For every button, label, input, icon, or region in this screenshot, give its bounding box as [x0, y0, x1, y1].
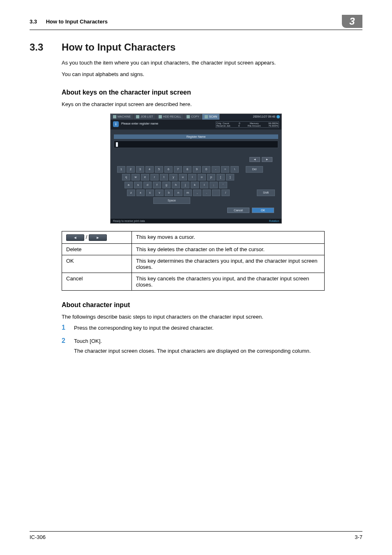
ok-button[interactable]: OK	[252, 208, 274, 213]
key-l[interactable]: l	[200, 182, 208, 188]
machine-icon	[113, 115, 116, 118]
key-blank[interactable]	[212, 190, 220, 196]
key-6[interactable]: 6	[164, 166, 173, 173]
key-b[interactable]: b	[165, 190, 173, 196]
sub1-para: Keys on the character input screen are d…	[62, 100, 362, 109]
key-i[interactable]: i	[188, 174, 196, 180]
onscreen-keyboard: 1 2 3 4 5 6 7 8 9 0 - = \ Del q	[117, 166, 275, 204]
key-o[interactable]: o	[198, 174, 206, 180]
table-cell-cancel-desc: This key cancels the characters you inpu…	[132, 273, 325, 290]
tab-scan-label: SCAN	[209, 115, 217, 118]
key-v[interactable]: v	[155, 190, 164, 196]
key-backslash[interactable]: \	[231, 166, 239, 173]
sub2-para: The followings describe basic steps to i…	[62, 313, 362, 321]
key-description-table: ◄ / ► This key moves a cursor. Delete Th…	[62, 231, 325, 291]
key-t[interactable]: t	[160, 174, 168, 180]
arrow-right-icon: ►	[89, 234, 107, 241]
tab-scan[interactable]: SCAN	[202, 114, 220, 120]
key-j[interactable]: j	[181, 182, 189, 188]
key-f[interactable]: f	[153, 182, 161, 188]
file-amount-label: File Amount	[247, 125, 261, 127]
tab-joblist[interactable]: JOB LIST	[134, 114, 156, 120]
scan-icon	[205, 115, 208, 118]
key-bracket-right[interactable]: ]	[226, 174, 234, 180]
key-space[interactable]: Space	[153, 197, 190, 204]
register-name-input[interactable]	[114, 141, 278, 148]
key-s[interactable]: s	[134, 182, 142, 188]
table-cell-arrows-desc: This key moves a cursor.	[132, 231, 325, 243]
datetime: 2009/11/27 09:48	[253, 115, 276, 118]
header-section-num: 3.3	[30, 18, 37, 25]
key-a[interactable]: a	[125, 182, 133, 188]
key-4[interactable]: 4	[145, 166, 154, 173]
key-7[interactable]: 7	[174, 166, 182, 173]
status-box: Orig. Count 0 Memory 99.000% Reserve Job…	[216, 121, 279, 128]
table-cell-delete-desc: This key deletes the character on the le…	[132, 243, 325, 255]
key-3[interactable]: 3	[136, 166, 144, 173]
key-shift[interactable]: Shift	[257, 190, 275, 196]
header-section-title: How to Input Characters	[46, 18, 108, 25]
chapter-badge: 3	[342, 15, 362, 28]
key-m[interactable]: m	[184, 190, 192, 196]
key-2[interactable]: 2	[127, 166, 135, 173]
text-cursor	[116, 142, 118, 147]
tab-machine[interactable]: MACHINE	[111, 114, 134, 120]
key-8[interactable]: 8	[183, 166, 191, 173]
hdd-icon	[159, 115, 162, 118]
table-cell-arrows: ◄ / ►	[62, 231, 132, 243]
step-2-sub: The character input screen closes. The i…	[74, 348, 362, 354]
tab-machine-label: MACHINE	[118, 115, 131, 118]
subheading-input: About character input	[62, 301, 362, 309]
key-c[interactable]: c	[146, 190, 154, 196]
key-y[interactable]: y	[169, 174, 178, 180]
device-screenshot: MACHINE JOB LIST HDD RECALL COPY SCAN 20…	[110, 113, 282, 224]
key-del[interactable]: Del	[246, 166, 263, 173]
key-slash[interactable]: /	[221, 190, 230, 196]
key-p[interactable]: p	[207, 174, 215, 180]
cancel-button[interactable]: Cancel	[227, 208, 249, 213]
key-apostrophe[interactable]: '	[219, 182, 227, 188]
tab-copy[interactable]: COPY	[184, 114, 202, 120]
key-k[interactable]: k	[191, 182, 199, 188]
key-minus[interactable]: -	[212, 166, 220, 173]
footer-left: IC-306	[30, 534, 46, 540]
table-cell-ok: OK	[62, 255, 132, 273]
key-x[interactable]: x	[136, 190, 145, 196]
key-9[interactable]: 9	[193, 166, 201, 173]
key-g[interactable]: g	[162, 182, 171, 188]
copy-icon	[187, 115, 190, 118]
step-1-num: 1	[62, 324, 74, 331]
subheading-keys: About keys on the character input screen	[62, 89, 362, 96]
key-5[interactable]: 5	[155, 166, 163, 173]
key-period[interactable]: .	[203, 190, 211, 196]
key-e[interactable]: e	[141, 174, 149, 180]
table-cell-delete: Delete	[62, 243, 132, 255]
key-u[interactable]: u	[179, 174, 187, 180]
table-cell-ok-desc: This key determines the characters you i…	[132, 255, 325, 273]
list-icon	[136, 115, 139, 118]
key-comma[interactable]: ,	[193, 190, 201, 196]
rotation-label: Rotation	[269, 220, 279, 222]
key-n[interactable]: n	[174, 190, 182, 196]
reserve-label: Reserve Job	[217, 125, 231, 127]
key-w[interactable]: w	[131, 174, 140, 180]
key-d[interactable]: d	[143, 182, 152, 188]
key-q[interactable]: q	[122, 174, 130, 180]
key-z[interactable]: z	[127, 190, 135, 196]
key-1[interactable]: 1	[117, 166, 125, 173]
key-r[interactable]: r	[150, 174, 159, 180]
key-equals[interactable]: =	[221, 166, 229, 173]
key-h[interactable]: h	[172, 182, 180, 188]
file-amount-value: 76.693%	[268, 125, 278, 127]
key-bracket-left[interactable]: [	[217, 174, 225, 180]
key-0[interactable]: 0	[202, 166, 210, 173]
intro-para-1: As you touch the item where you can inpu…	[62, 59, 362, 67]
key-semicolon[interactable]: ;	[210, 182, 218, 188]
cursor-right-button[interactable]: ►	[262, 157, 272, 162]
cursor-left-button[interactable]: ◄	[249, 157, 260, 162]
arrow-left-icon: ◄	[66, 234, 84, 241]
register-name-title: Register Name	[114, 134, 278, 139]
tab-copy-label: COPY	[191, 115, 199, 118]
tab-hddrecall[interactable]: HDD RECALL	[156, 114, 184, 120]
tab-joblist-label: JOB LIST	[141, 115, 153, 118]
